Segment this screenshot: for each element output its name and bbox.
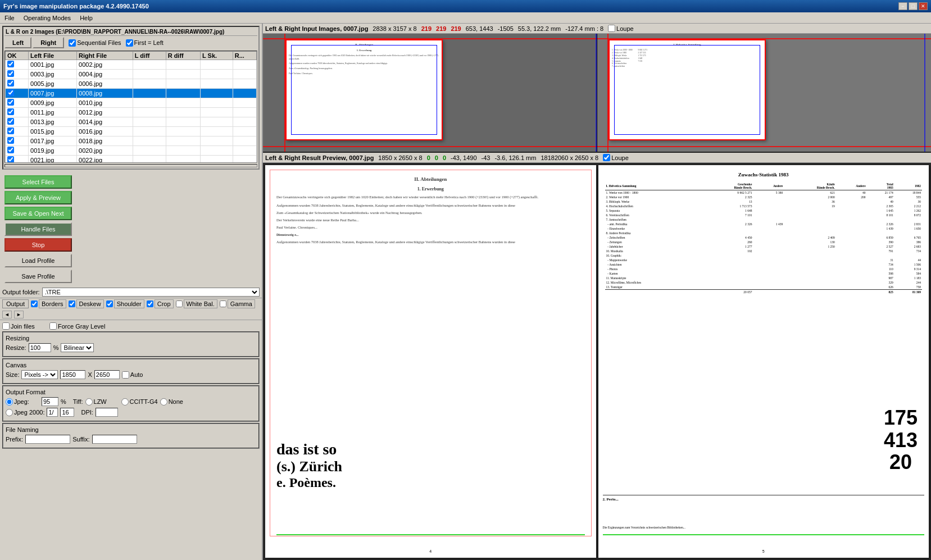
first-is-left-checkbox[interactable] xyxy=(126,39,133,47)
jpeg2000-option[interactable]: Jpeg 2000: xyxy=(6,409,44,416)
file-table-row[interactable]: 0011.jpg 0012.jpg xyxy=(6,108,257,117)
force-gray-checkbox[interactable] xyxy=(49,322,57,330)
jpeg2000-val2-input[interactable] xyxy=(60,408,74,417)
file-ok-cell[interactable] xyxy=(6,98,29,108)
resize-value-input[interactable] xyxy=(29,343,51,352)
file-ok-cell[interactable] xyxy=(6,136,29,146)
close-button[interactable]: ✕ xyxy=(919,2,928,10)
top-left-image[interactable]: II. Abteilungen 1. Erwerbung Die Gesamtz… xyxy=(263,34,597,152)
output-folder-select[interactable]: .\TRE xyxy=(42,288,260,297)
dpi-input[interactable] xyxy=(96,408,118,417)
sequential-files-option[interactable]: Sequential Files xyxy=(69,39,121,47)
borders-checkbox[interactable] xyxy=(31,301,38,307)
join-files-option[interactable]: Join files xyxy=(2,322,36,330)
right-button[interactable]: Right xyxy=(33,37,64,48)
ccitt-radio[interactable] xyxy=(121,398,129,406)
tab-borders[interactable]: Borders xyxy=(31,299,66,308)
load-profile-button[interactable]: Load Profile xyxy=(4,254,72,267)
file-ok-cell[interactable] xyxy=(6,70,29,79)
file-ok-cell[interactable] xyxy=(6,156,29,163)
menu-file[interactable]: File xyxy=(2,14,17,22)
file-ok-checkbox[interactable] xyxy=(7,147,14,153)
file-ok-checkbox[interactable] xyxy=(7,128,14,134)
stop-button[interactable]: Stop xyxy=(4,238,72,252)
jpeg-option[interactable]: Jpeg: xyxy=(6,398,39,406)
jpeg-quality-input[interactable] xyxy=(42,397,58,406)
file-ok-cell[interactable] xyxy=(6,117,29,127)
canvas-width-input[interactable] xyxy=(60,370,85,379)
horizontal-scrollbar[interactable] xyxy=(4,164,257,167)
file-ok-checkbox[interactable] xyxy=(7,99,14,106)
file-table-row[interactable]: 0001.jpg 0002.jpg xyxy=(6,60,257,70)
result-right-page[interactable]: Zuwachs-Statistik 1983 I. Helvetica-Samm… xyxy=(598,165,929,558)
apply-preview-button[interactable]: Apply & Preview xyxy=(4,191,72,204)
file-ok-checkbox[interactable] xyxy=(7,118,14,125)
file-table-row[interactable]: 0019.jpg 0020.jpg xyxy=(6,146,257,156)
top-loupe-option[interactable]: Loupe xyxy=(608,25,634,32)
tab-deskew[interactable]: Deskew xyxy=(69,299,104,308)
tab-gamma[interactable]: Gamma xyxy=(220,299,255,308)
top-right-image[interactable]: I. Helvetica-Sammlung 1. Werke von 1000 … xyxy=(597,34,931,152)
file-ok-cell[interactable] xyxy=(6,89,29,98)
file-table-row[interactable]: 0009.jpg 0010.jpg xyxy=(6,98,257,108)
sequential-files-checkbox[interactable] xyxy=(69,39,76,47)
auto-canvas-option[interactable]: Auto xyxy=(122,371,156,379)
lzw-option[interactable]: LZW xyxy=(85,398,119,406)
ccitt-option[interactable]: CCITT-G4 xyxy=(121,398,158,406)
prefix-input[interactable] xyxy=(25,435,70,444)
canvas-size-mode-select[interactable]: Pixels -> xyxy=(21,370,58,379)
scroll-right-arrow[interactable]: ► xyxy=(14,311,24,318)
auto-canvas-checkbox[interactable] xyxy=(122,371,129,379)
file-ok-cell[interactable] xyxy=(6,60,29,70)
force-gray-option[interactable]: Force Gray Level xyxy=(49,322,105,330)
result-left-page[interactable]: II. Abteilungen 1. Erwerbung Der Gesamtz… xyxy=(265,165,596,558)
save-open-next-button[interactable]: Save & Open Next xyxy=(4,207,72,220)
suffix-input[interactable] xyxy=(92,435,137,444)
jpeg2000-radio[interactable] xyxy=(6,409,13,416)
file-ok-cell[interactable] xyxy=(6,79,29,89)
crop-checkbox[interactable] xyxy=(147,301,153,307)
menu-help[interactable]: Help xyxy=(78,14,95,22)
save-profile-button[interactable]: Save Profile xyxy=(4,270,72,283)
jpeg-radio[interactable] xyxy=(6,398,13,406)
handle-files-button[interactable]: Handle Files xyxy=(4,222,72,236)
file-table-row[interactable]: 0015.jpg 0016.jpg xyxy=(6,127,257,136)
jpeg2000-val1-input[interactable] xyxy=(47,408,58,417)
minimize-button[interactable]: − xyxy=(898,2,907,10)
file-table-row[interactable]: 0017.jpg 0018.jpg xyxy=(6,136,257,146)
none-option[interactable]: None xyxy=(160,398,194,406)
file-table-row[interactable]: 0005.jpg 0006.jpg xyxy=(6,79,257,89)
left-button[interactable]: Left xyxy=(4,37,31,48)
gamma-checkbox[interactable] xyxy=(220,301,226,307)
join-files-checkbox[interactable] xyxy=(2,322,10,330)
menu-operating-modes[interactable]: Operating Modes xyxy=(21,14,73,22)
file-table-row[interactable]: 0007.jpg 0008.jpg xyxy=(6,89,257,98)
file-ok-checkbox[interactable] xyxy=(7,89,14,96)
result-loupe-option[interactable]: Loupe xyxy=(603,154,629,161)
file-table-container[interactable]: OK Left File Right File L diff R diff L … xyxy=(4,51,257,163)
file-ok-checkbox[interactable] xyxy=(7,156,14,163)
file-table-row[interactable]: 0013.jpg 0014.jpg xyxy=(6,117,257,127)
scroll-left-arrow[interactable]: ◄ xyxy=(2,311,12,318)
top-loupe-checkbox[interactable] xyxy=(608,25,615,32)
file-ok-checkbox[interactable] xyxy=(7,137,14,144)
tab-crop[interactable]: Crop xyxy=(147,299,174,308)
select-files-button[interactable]: Select Files xyxy=(4,175,72,189)
file-table-row[interactable]: 0021.jpg 0022.jpg xyxy=(6,156,257,163)
file-ok-checkbox[interactable] xyxy=(7,108,14,115)
none-radio[interactable] xyxy=(160,398,167,406)
first-is-left-option[interactable]: First = Left xyxy=(126,39,164,47)
resize-method-select[interactable]: Bilinear xyxy=(61,343,94,352)
tab-shoulder[interactable]: Shoulder xyxy=(106,299,144,308)
lzw-radio[interactable] xyxy=(85,398,93,406)
canvas-height-input[interactable] xyxy=(94,370,120,379)
white-bal-checkbox[interactable] xyxy=(176,301,183,307)
file-ok-checkbox[interactable] xyxy=(7,61,14,67)
tab-output[interactable]: Output xyxy=(2,299,29,308)
file-ok-cell[interactable] xyxy=(6,127,29,136)
file-ok-cell[interactable] xyxy=(6,146,29,156)
maximize-button[interactable]: □ xyxy=(909,2,918,10)
result-loupe-checkbox[interactable] xyxy=(603,154,610,161)
file-ok-checkbox[interactable] xyxy=(7,80,14,86)
file-ok-cell[interactable] xyxy=(6,108,29,117)
